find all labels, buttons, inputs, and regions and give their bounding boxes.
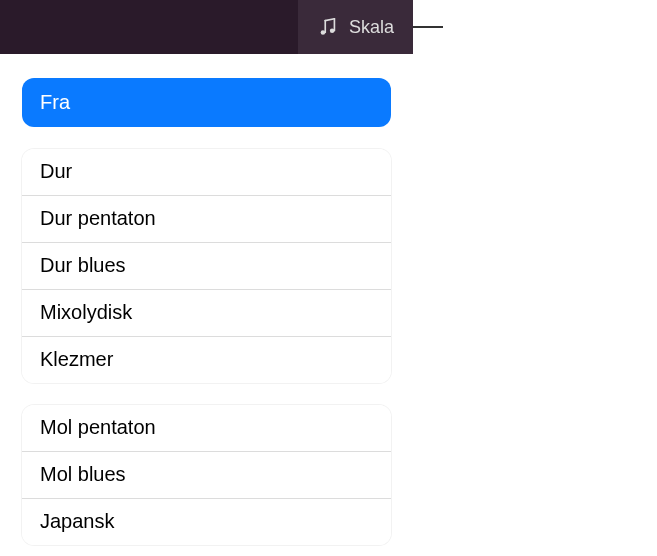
scale-group: Mol pentaton Mol blues Japansk — [22, 405, 391, 545]
scale-option-label: Mixolydisk — [40, 301, 132, 323]
scale-option-label: Mol pentaton — [40, 416, 156, 438]
scale-option-dur-blues[interactable]: Dur blues — [22, 243, 391, 290]
scale-option-label: Dur pentaton — [40, 207, 156, 229]
minor-scales-section: Mol pentaton Mol blues Japansk — [22, 405, 391, 545]
scale-option-label: Dur — [40, 160, 72, 182]
scale-button-label: Skala — [349, 17, 394, 38]
scale-option-dur[interactable]: Dur — [22, 149, 391, 196]
selected-section: Fra — [22, 78, 391, 127]
scale-option-label: Klezmer — [40, 348, 113, 370]
scale-option-dur-pentaton[interactable]: Dur pentaton — [22, 196, 391, 243]
scale-option-japansk[interactable]: Japansk — [22, 499, 391, 545]
scale-button[interactable]: Skala — [298, 0, 413, 54]
scale-option-label: Dur blues — [40, 254, 126, 276]
callout-line — [413, 26, 443, 28]
scale-option-klezmer[interactable]: Klezmer — [22, 337, 391, 383]
major-scales-section: Dur Dur pentaton Dur blues Mixolydisk Kl… — [22, 149, 391, 383]
music-notes-icon — [317, 16, 339, 38]
top-bar: Skala — [0, 0, 413, 54]
scale-option-mol-blues[interactable]: Mol blues — [22, 452, 391, 499]
scale-option-label: Mol blues — [40, 463, 126, 485]
scale-option-off[interactable]: Fra — [22, 78, 391, 127]
svg-line-4 — [325, 19, 334, 21]
scale-group: Dur Dur pentaton Dur blues Mixolydisk Kl… — [22, 149, 391, 383]
scale-option-mixolydisk[interactable]: Mixolydisk — [22, 290, 391, 337]
scale-option-label: Fra — [40, 91, 70, 113]
scale-panel: Fra Dur Dur pentaton Dur blues Mixolydis… — [0, 54, 413, 545]
scale-option-label: Japansk — [40, 510, 115, 532]
scale-option-mol-pentaton[interactable]: Mol pentaton — [22, 405, 391, 452]
